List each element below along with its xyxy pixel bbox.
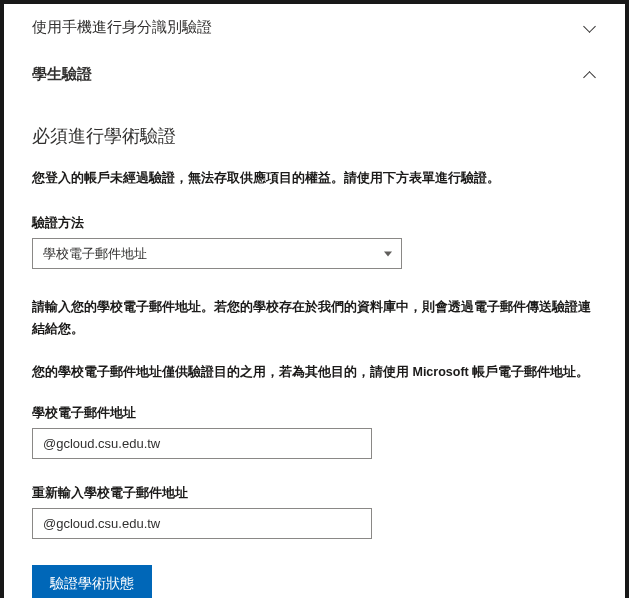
verification-panel: 使用手機進行身分識別驗證 學生驗證 必須進行學術驗證 您登入的帳戶未經過驗證，無… (4, 4, 625, 598)
school-email-input[interactable] (32, 428, 372, 459)
accordion-phone-verification[interactable]: 使用手機進行身分識別驗證 (4, 4, 625, 51)
email-label: 學校電子郵件地址 (32, 405, 597, 422)
helper-text-1: 請輸入您的學校電子郵件地址。若您的學校存在於我們的資料庫中，則會透過電子郵件傳送… (32, 297, 597, 340)
section-heading: 必須進行學術驗證 (32, 124, 597, 148)
accordion-body: 必須進行學術驗證 您登入的帳戶未經過驗證，無法存取供應項目的權益。請使用下方表單… (4, 98, 625, 598)
method-label: 驗證方法 (32, 215, 597, 232)
confirm-email-label: 重新輸入學校電子郵件地址 (32, 485, 597, 502)
method-select-wrapper: 學校電子郵件地址 (32, 238, 402, 269)
accordion-title: 使用手機進行身分識別驗證 (32, 18, 212, 37)
accordion-title: 學生驗證 (32, 65, 92, 84)
verification-method-select[interactable]: 學校電子郵件地址 (32, 238, 402, 269)
chevron-down-icon (583, 21, 597, 35)
helper-text-2: 您的學校電子郵件地址僅供驗證目的之用，若為其他目的，請使用 Microsoft … (32, 362, 597, 383)
verify-button[interactable]: 驗證學術狀態 (32, 565, 152, 598)
intro-text: 您登入的帳戶未經過驗證，無法存取供應項目的權益。請使用下方表單進行驗證。 (32, 168, 597, 189)
confirm-school-email-input[interactable] (32, 508, 372, 539)
chevron-up-icon (583, 68, 597, 82)
accordion-student-verification[interactable]: 學生驗證 (4, 51, 625, 98)
